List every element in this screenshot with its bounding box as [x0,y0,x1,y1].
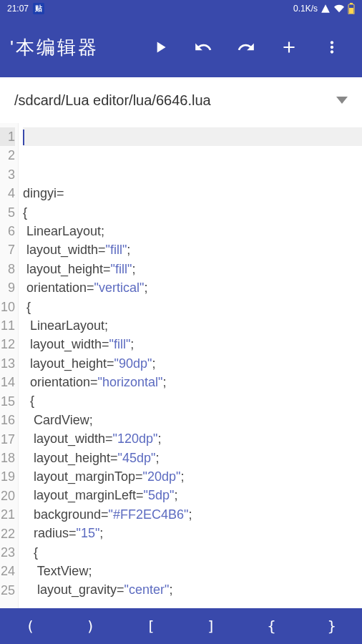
line-number: 12 [0,335,15,353]
bracket-key[interactable]: { [250,608,293,644]
code-line[interactable]: dingyi= [23,184,362,203]
chevron-down-icon [336,97,348,104]
code-line[interactable]: layout_height="fill"; [23,260,362,278]
code-line[interactable]: orientation="vertical"; [23,278,362,297]
play-button[interactable] [140,27,180,67]
bracket-key[interactable]: [ [129,608,172,644]
status-badge: 贴 [33,3,44,14]
code-line[interactable]: layout_marginLeft="5dp"; [23,486,362,504]
line-number: 8 [0,260,15,278]
more-vert-icon [323,38,341,57]
play-icon [151,38,170,57]
add-button[interactable] [269,27,309,67]
code-line[interactable]: radius="15"; [23,524,362,542]
line-number-gutter: 1234567891011121314151617181920212223242… [0,123,19,608]
bracket-key[interactable]: ( [9,608,52,644]
code-line[interactable]: layout_width="120dp"; [23,429,362,448]
line-number: 15 [0,392,15,411]
undo-button[interactable] [183,27,223,67]
code-line[interactable]: CardView; [23,411,362,429]
line-number: 6 [0,222,15,240]
file-path-bar[interactable]: /sdcard/Lua editor/lua/6646.lua [0,77,362,123]
bracket-toolbar: ()[]{} [0,608,362,644]
line-number: 4 [0,184,15,203]
overflow-button[interactable] [312,27,352,67]
signal-icon [321,4,331,14]
code-line[interactable]: orientation="horizontal"; [23,373,362,391]
code-line[interactable]: LinearLayout; [23,222,362,240]
line-number: 3 [0,165,15,184]
line-number: 23 [0,543,15,562]
code-line[interactable]: { [23,391,362,410]
status-right: 0.1K/s [293,3,355,14]
battery-icon [348,3,355,14]
network-speed: 0.1K/s [293,4,318,14]
status-bar: 21:07 贴 0.1K/s [0,0,362,17]
line-number: 1 [0,127,15,146]
line-number: 24 [0,562,15,580]
undo-icon [194,38,212,57]
line-number: 11 [0,316,15,335]
file-path: /sdcard/Lua editor/lua/6646.lua [14,92,211,109]
code-line[interactable] [23,127,362,146]
code-line[interactable]: layout_height="45dp"; [23,449,362,467]
line-number: 7 [0,240,15,259]
line-number: 20 [0,487,15,505]
bracket-key[interactable]: } [310,608,353,644]
code-line[interactable]: layout_gravity="center"; [23,580,362,599]
line-number: 19 [0,467,15,486]
status-left: 21:07 贴 [7,3,44,14]
code-line[interactable]: layout_marginTop="20dp"; [23,467,362,486]
plus-icon [280,38,298,57]
code-line[interactable]: TextView; [23,562,362,580]
line-number: 21 [0,505,15,524]
toolbar: '本编辑器 [0,17,362,77]
redo-button[interactable] [226,27,266,67]
line-number: 9 [0,278,15,297]
line-number: 17 [0,430,15,449]
bracket-key[interactable]: ) [69,608,112,644]
line-number: 22 [0,525,15,543]
status-time: 21:07 [7,4,29,14]
app-title: '本编辑器 [10,35,99,60]
line-number: 10 [0,298,15,316]
line-number: 14 [0,373,15,391]
code-line[interactable]: layout_height="90dp"; [23,354,362,373]
code-line[interactable]: { [23,298,362,316]
code-line[interactable]: background="#FF2EC4B6"; [23,505,362,524]
redo-icon [237,38,255,57]
code-line[interactable]: LinearLayout; [23,316,362,335]
code-line[interactable]: { [23,203,362,222]
line-number: 13 [0,354,15,373]
line-number: 25 [0,581,15,600]
line-number: 18 [0,449,15,467]
text-cursor [23,130,24,145]
bracket-key[interactable]: ] [190,608,233,644]
code-line[interactable] [23,165,362,184]
line-number: 5 [0,203,15,222]
line-number: 2 [0,146,15,165]
code-area[interactable]: dingyi={ LinearLayout; layout_width="fil… [19,123,362,608]
svg-rect-2 [349,8,353,14]
wifi-icon [333,4,345,14]
code-line[interactable]: { [23,543,362,562]
code-line[interactable] [23,146,362,165]
code-editor[interactable]: 1234567891011121314151617181920212223242… [0,123,362,608]
line-number: 16 [0,411,15,429]
code-line[interactable]: layout_width="fill"; [23,335,362,353]
code-line[interactable]: layout_width="fill"; [23,240,362,259]
